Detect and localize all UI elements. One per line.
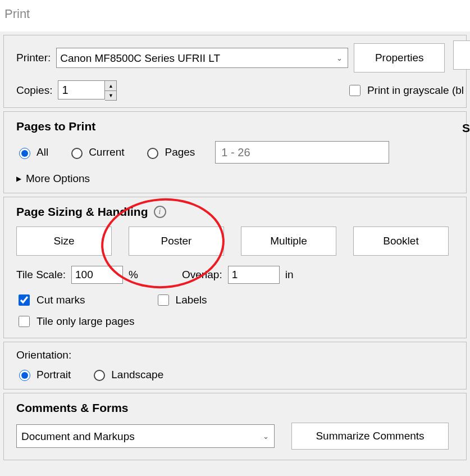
- pages-section-title: Pages to Print: [16, 120, 458, 133]
- pages-all-option[interactable]: All: [16, 146, 48, 159]
- tile-only-checkbox[interactable]: [19, 316, 30, 327]
- copies-label: Copies:: [16, 84, 52, 97]
- pages-current-label: Current: [89, 146, 124, 158]
- pages-range-option[interactable]: Pages: [144, 146, 195, 159]
- landscape-label: Landscape: [111, 369, 163, 381]
- tile-only-label: Tile only large pages: [36, 315, 135, 328]
- cut-marks-label: Cut marks: [36, 294, 85, 306]
- properties-button[interactable]: Properties: [354, 43, 445, 72]
- grayscale-checkbox[interactable]: [349, 85, 361, 96]
- copies-down-button[interactable]: ▼: [105, 90, 116, 100]
- overlap-input[interactable]: [228, 266, 280, 284]
- sizing-button-group: Size Poster Multiple Booklet: [16, 226, 458, 256]
- pages-range-input[interactable]: [215, 141, 389, 164]
- labels-option[interactable]: Labels: [156, 293, 207, 307]
- cut-marks-option[interactable]: Cut marks: [16, 293, 85, 307]
- printer-select[interactable]: Canon MF8500C Series UFRII LT: [56, 48, 348, 68]
- copies-input[interactable]: [58, 80, 105, 99]
- multiple-button[interactable]: Multiple: [241, 226, 336, 256]
- printer-label: Printer:: [16, 52, 51, 64]
- labels-label: Labels: [176, 294, 207, 306]
- triangle-right-icon: ▶: [16, 175, 21, 183]
- grayscale-label: Print in grayscale (bl: [367, 84, 464, 97]
- orientation-section-title: Orientation:: [16, 349, 458, 361]
- cut-marks-checkbox[interactable]: [19, 294, 30, 306]
- comments-section-title: Comments & Forms: [16, 401, 458, 415]
- overlap-unit: in: [285, 269, 294, 281]
- summarize-comments-button[interactable]: Summarize Comments: [291, 423, 449, 450]
- overlap-label: Overlap:: [182, 269, 222, 281]
- orientation-radio-group: Portrait Landscape: [16, 368, 458, 381]
- portrait-radio[interactable]: [19, 370, 30, 381]
- truncated-side-label: S: [462, 121, 470, 135]
- pages-range-label: Pages: [165, 146, 195, 158]
- sizing-panel: Page Sizing & Handling i Size Poster Mul…: [3, 197, 467, 338]
- pages-all-label: All: [36, 146, 48, 158]
- tile-scale-input[interactable]: [71, 266, 123, 284]
- orientation-panel: Orientation: Portrait Landscape: [3, 342, 467, 389]
- landscape-radio[interactable]: [94, 370, 105, 381]
- tile-scale-label: Tile Scale:: [16, 269, 66, 281]
- grayscale-option[interactable]: Print in grayscale (bl: [347, 83, 464, 98]
- comments-select[interactable]: Document and Markups: [16, 424, 275, 448]
- poster-button[interactable]: Poster: [129, 226, 224, 256]
- info-icon[interactable]: i: [154, 206, 166, 218]
- pages-current-option[interactable]: Current: [69, 146, 124, 159]
- tile-scale-unit: %: [129, 269, 138, 281]
- tile-only-option[interactable]: Tile only large pages: [16, 314, 135, 329]
- more-options-toggle[interactable]: ▶ More Options: [16, 173, 90, 185]
- pages-range-radio[interactable]: [147, 148, 158, 159]
- dialog-title: Print: [0, 0, 470, 31]
- booklet-button[interactable]: Booklet: [353, 226, 449, 256]
- sizing-section-title: Page Sizing & Handling i: [16, 205, 458, 219]
- copies-up-button[interactable]: ▲: [105, 81, 116, 90]
- copies-spinner: ▲ ▼: [105, 80, 117, 101]
- comments-panel: Comments & Forms Document and Markups ⌄ …: [3, 393, 467, 460]
- more-options-label: More Options: [26, 173, 90, 185]
- sizing-section-text: Page Sizing & Handling: [16, 205, 148, 219]
- pages-current-radio[interactable]: [71, 148, 83, 159]
- pages-panel: Pages to Print All Current Pages ▶ More …: [3, 111, 467, 193]
- labels-checkbox[interactable]: [158, 294, 169, 306]
- pages-radio-group: All Current Pages: [16, 141, 458, 164]
- partial-button-right[interactable]: [453, 40, 470, 70]
- portrait-label: Portrait: [36, 369, 71, 381]
- size-button[interactable]: Size: [16, 226, 112, 256]
- printer-panel: Printer: Canon MF8500C Series UFRII LT ⌄…: [3, 35, 467, 108]
- pages-all-radio[interactable]: [19, 148, 30, 159]
- landscape-option[interactable]: Landscape: [91, 368, 163, 381]
- portrait-option[interactable]: Portrait: [16, 368, 71, 381]
